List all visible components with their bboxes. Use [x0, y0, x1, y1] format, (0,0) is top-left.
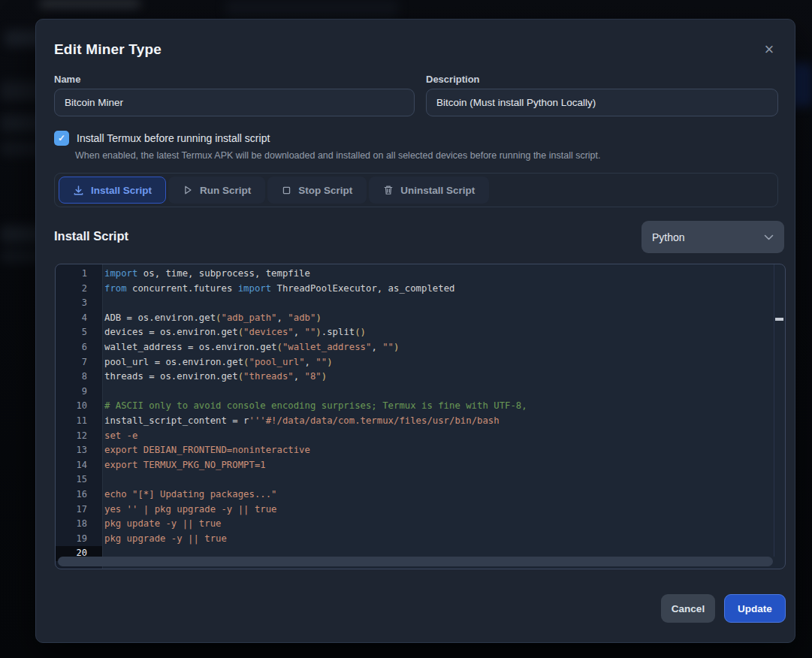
- install-termux-helper-text: When enabled, the latest Termux APK will…: [75, 150, 601, 161]
- line-number: 1: [56, 267, 102, 282]
- install-script-button[interactable]: Install Script: [59, 177, 166, 204]
- install-script-heading: Install Script: [54, 229, 128, 243]
- name-label: Name: [54, 74, 80, 85]
- code-text: echo "[*] Updating packages...": [102, 487, 277, 503]
- description-field-value: Bitcoin (Must install Python Locally): [436, 97, 596, 108]
- uninstall-script-button-label: Uninstall Script: [400, 185, 475, 196]
- modal-title: Edit Miner Type: [54, 41, 161, 58]
- code-text: import os, time, subprocess, tempfile: [102, 267, 310, 282]
- name-field-value: Bitcoin Miner: [65, 97, 123, 108]
- code-line: 9: [56, 385, 774, 400]
- uninstall-script-button[interactable]: Uninstall Script: [369, 177, 489, 204]
- line-number: 5: [56, 325, 102, 340]
- backdrop-blur-shape: [225, 0, 398, 17]
- code-text: yes '' | pkg upgrade -y || true: [102, 503, 277, 518]
- code-line: 2from concurrent.futures import ThreadPo…: [56, 282, 774, 297]
- code-text: wallet_address = os.environ.get("wallet_…: [102, 340, 399, 355]
- line-number: 4: [56, 311, 102, 326]
- code-text: export TERMUX_PKG_NO_PROMPT=1: [102, 458, 266, 473]
- trash-icon: [383, 185, 394, 195]
- close-icon[interactable]: ×: [759, 39, 780, 60]
- cancel-button[interactable]: Cancel: [661, 594, 715, 623]
- backdrop-blur-shape: [39, 0, 140, 8]
- description-field[interactable]: Bitcoin (Must install Python Locally): [426, 89, 778, 116]
- code-text: set -e: [102, 429, 137, 444]
- code-text: [102, 296, 104, 311]
- code-line: 13export DEBIAN_FRONTEND=noninteractive: [56, 443, 774, 458]
- download-icon: [73, 185, 84, 196]
- install-termux-checkbox-label: Install Termux before running install sc…: [77, 132, 270, 144]
- language-select-value: Python: [652, 231, 685, 243]
- code-text: export DEBIAN_FRONTEND=noninteractive: [102, 443, 310, 458]
- line-number: 17: [56, 503, 102, 518]
- language-select[interactable]: Python: [641, 221, 784, 253]
- code-text: ADB = os.environ.get("adb_path", "adb"): [102, 311, 321, 326]
- update-button[interactable]: Update: [724, 594, 786, 623]
- script-actions-toolbar: Install Script Run Script Stop Script: [54, 173, 778, 207]
- line-number: 15: [56, 472, 102, 487]
- line-number: 13: [56, 443, 102, 458]
- code-line: 19pkg upgrade -y || true: [56, 532, 774, 547]
- code-line: 16echo "[*] Updating packages...": [56, 487, 774, 503]
- line-number: 12: [56, 429, 102, 444]
- stop-icon: [282, 186, 291, 195]
- line-number: 16: [56, 487, 102, 503]
- line-number: 19: [56, 532, 102, 547]
- code-line: 18pkg update -y || true: [56, 517, 774, 532]
- code-text: threads = os.environ.get("threads", "8"): [102, 370, 327, 385]
- code-text: devices = os.environ.get("devices", "").…: [102, 325, 366, 340]
- stop-script-button-label: Stop Script: [298, 185, 352, 196]
- run-script-button-label: Run Script: [200, 185, 251, 196]
- code-line: 14export TERMUX_PKG_NO_PROMPT=1: [56, 458, 774, 473]
- line-number: 6: [56, 340, 102, 355]
- code-line: 12set -e: [56, 429, 774, 444]
- code-line: 10# ASCII only to avoid console encoding…: [56, 399, 774, 414]
- code-line: 17yes '' | pkg upgrade -y || true: [56, 503, 774, 518]
- line-number: 3: [56, 296, 102, 311]
- vertical-scrollbar[interactable]: [774, 264, 785, 557]
- code-line: 7pool_url = os.environ.get("pool_url", "…: [56, 355, 774, 370]
- line-number: 2: [56, 282, 102, 297]
- play-icon: [183, 185, 193, 195]
- code-line: 11install_script_content = r'''#!/data/d…: [56, 414, 774, 429]
- code-line: 6wallet_address = os.environ.get("wallet…: [56, 340, 774, 355]
- code-line: 5devices = os.environ.get("devices", "")…: [56, 325, 774, 340]
- line-number: 11: [56, 414, 102, 429]
- checkmark-icon: ✓: [58, 133, 65, 143]
- code-text: [102, 472, 104, 487]
- run-script-button[interactable]: Run Script: [168, 177, 265, 204]
- code-lines: 1import os, time, subprocess, tempfile2f…: [56, 267, 774, 561]
- code-line: 1import os, time, subprocess, tempfile: [56, 267, 774, 282]
- line-number: 14: [56, 458, 102, 473]
- description-label: Description: [426, 74, 480, 85]
- code-text: pool_url = os.environ.get("pool_url", ""…: [102, 355, 333, 370]
- code-line: 15: [56, 472, 774, 487]
- code-text: install_script_content = r'''#!/data/dat…: [102, 414, 500, 429]
- line-number: 8: [56, 370, 102, 385]
- app-background: Edit Miner Type × Name Bitcoin Miner Des…: [0, 0, 812, 658]
- name-field[interactable]: Bitcoin Miner: [54, 89, 415, 116]
- install-script-button-label: Install Script: [91, 185, 152, 196]
- code-line: 4ADB = os.environ.get("adb_path", "adb"): [56, 311, 774, 326]
- code-text: from concurrent.futures import ThreadPoo…: [102, 282, 454, 297]
- code-text: pkg update -y || true: [102, 517, 221, 532]
- code-text: # ASCII only to avoid console encoding s…: [102, 399, 527, 414]
- edit-miner-type-modal: Edit Miner Type × Name Bitcoin Miner Des…: [35, 19, 795, 643]
- horizontal-scrollbar[interactable]: [58, 557, 773, 566]
- code-line: 3: [56, 296, 774, 311]
- stop-script-button[interactable]: Stop Script: [267, 177, 367, 204]
- install-termux-checkbox[interactable]: ✓: [54, 131, 69, 146]
- code-line: 8threads = os.environ.get("threads", "8"…: [56, 370, 774, 385]
- code-editor[interactable]: 1import os, time, subprocess, tempfile2f…: [55, 264, 786, 569]
- chevron-down-icon: [764, 234, 774, 240]
- line-number: 7: [56, 355, 102, 370]
- line-number: 9: [56, 385, 102, 400]
- line-number: 10: [56, 399, 102, 414]
- line-number: 18: [56, 517, 102, 532]
- code-text: [102, 385, 104, 400]
- code-text: pkg upgrade -y || true: [102, 532, 227, 547]
- vertical-scrollbar-thumb[interactable]: [775, 318, 783, 321]
